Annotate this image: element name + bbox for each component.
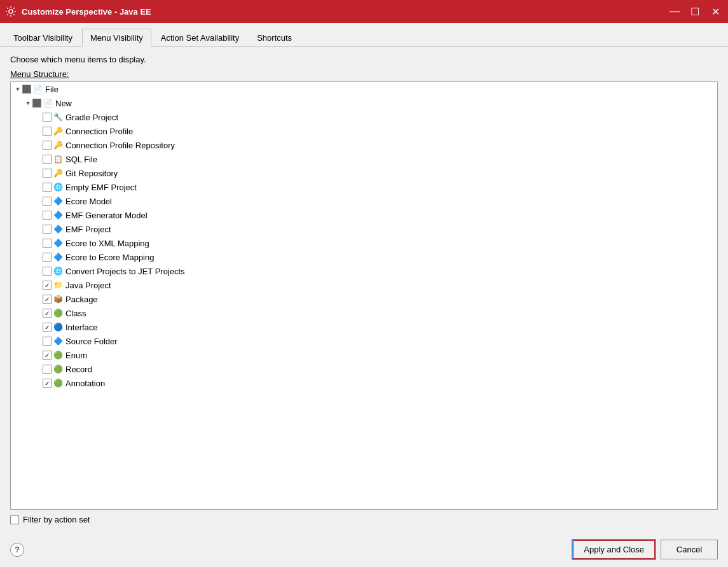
label-ecorexmlmap: Ecore to XML Mapping — [65, 239, 149, 248]
cancel-button[interactable]: Cancel — [661, 540, 718, 559]
label-class: Class — [65, 309, 86, 318]
tree-item-emfproject2[interactable]: 🔷 EMF Project — [11, 222, 717, 236]
checkbox-enum[interactable] — [43, 351, 52, 360]
checkbox-gradle[interactable] — [43, 113, 52, 122]
checkbox-interface[interactable] — [43, 323, 52, 332]
emfgenmodel-icon: 🔷 — [53, 210, 63, 220]
tree-item-sourcefolder[interactable]: 🔷 Source Folder — [11, 334, 717, 348]
checkbox-emfproject2[interactable] — [43, 225, 52, 234]
tree-item-ecoremodel[interactable]: 🔷 Ecore Model — [11, 194, 717, 208]
tree-item-ecoreecoremap[interactable]: 🔷 Ecore to Ecore Mapping — [11, 250, 717, 264]
checkbox-sqlfile[interactable] — [43, 155, 52, 164]
enum-icon: 🟢 — [53, 350, 63, 360]
ecoremodel-icon: 🔷 — [53, 196, 63, 206]
tree-item-javaproject[interactable]: 📁 Java Project — [11, 278, 717, 292]
label-connprofilerepo: Connection Profile Repository — [65, 141, 175, 150]
checkbox-record[interactable] — [43, 365, 52, 374]
tree-item-emfgenmodel[interactable]: 🔷 EMF Generator Model — [11, 208, 717, 222]
label-sqlfile: SQL File — [65, 155, 97, 164]
label-annotation: Annotation — [65, 379, 105, 388]
label-gitrepo: Git Repository — [65, 169, 118, 178]
convertjet-icon: 🌐 — [53, 266, 63, 276]
checkbox-class[interactable] — [43, 309, 52, 318]
label-gradle: Gradle Project — [65, 113, 118, 122]
title-bar: Customize Perspective - Java EE — ☐ ✕ — [0, 0, 728, 23]
checkbox-emfproject[interactable] — [43, 183, 52, 192]
connprofilerepo-icon: 🔑 — [53, 140, 63, 150]
tabs-bar: Toolbar Visibility Menu Visibility Actio… — [0, 23, 728, 47]
label-emfproject: Empty EMF Project — [65, 183, 137, 192]
tree-item-gitrepo[interactable]: 🔑 Git Repository — [11, 166, 717, 180]
new-icon: 📄 — [43, 98, 53, 108]
filter-checkbox[interactable] — [10, 515, 19, 524]
label-sourcefolder: Source Folder — [65, 337, 118, 346]
tree-item-ecorexmlmap[interactable]: 🔷 Ecore to XML Mapping — [11, 236, 717, 250]
tree-item-enum[interactable]: 🟢 Enum — [11, 348, 717, 362]
description-text: Choose which menu items to display. — [10, 55, 718, 64]
label-connprofile: Connection Profile — [65, 127, 133, 136]
tree-item-record[interactable]: 🟢 Record — [11, 362, 717, 376]
label-ecoremodel: Ecore Model — [65, 197, 112, 206]
checkbox-emfgenmodel[interactable] — [43, 211, 52, 220]
section-label: Menu Structure: — [10, 69, 718, 79]
tab-toolbar-visibility[interactable]: Toolbar Visibility — [5, 29, 81, 47]
label-record: Record — [65, 365, 92, 374]
apply-close-button[interactable]: Apply and Close — [572, 540, 656, 559]
tab-shortcuts[interactable]: Shortcuts — [249, 29, 300, 47]
help-button[interactable]: ? — [10, 543, 24, 557]
checkbox-new[interactable] — [32, 99, 41, 108]
tree-item-new[interactable]: 📄 New — [11, 96, 717, 110]
maximize-button[interactable]: ☐ — [687, 4, 703, 19]
checkbox-ecoremodel[interactable] — [43, 197, 52, 206]
tree-item-interface[interactable]: 🔵 Interface — [11, 320, 717, 334]
record-icon: 🟢 — [53, 364, 63, 374]
tree-item-connprofile[interactable]: 🔑 Connection Profile — [11, 124, 717, 138]
tab-menu-visibility[interactable]: Menu Visibility — [82, 29, 151, 47]
label-enum: Enum — [65, 351, 87, 360]
checkbox-package[interactable] — [43, 295, 52, 304]
tree-item-sqlfile[interactable]: 📋 SQL File — [11, 152, 717, 166]
annotation-icon: 🟢 — [53, 378, 63, 388]
tree-item-file[interactable]: 📄 File — [11, 82, 717, 96]
tree-item-package[interactable]: 📦 Package — [11, 292, 717, 306]
label-convertjet: Convert Projects to JET Projects — [65, 267, 185, 276]
checkbox-connprofilerepo[interactable] — [43, 141, 52, 150]
label-new: New — [55, 99, 72, 108]
gitrepo-icon: 🔑 — [53, 168, 63, 178]
title-text: Customize Perspective - Java EE — [22, 7, 667, 17]
tree-item-connprofilerepo[interactable]: 🔑 Connection Profile Repository — [11, 138, 717, 152]
tree-item-emfproject[interactable]: 🌐 Empty EMF Project — [11, 180, 717, 194]
label-ecoreecoremap: Ecore to Ecore Mapping — [65, 253, 154, 262]
tree-container[interactable]: 📄 File 📄 New 🔧 Gradle Project — [10, 81, 718, 510]
checkbox-javaproject[interactable] — [43, 281, 52, 290]
checkbox-sourcefolder[interactable] — [43, 337, 52, 346]
checkbox-ecoreecoremap[interactable] — [43, 253, 52, 262]
action-buttons: Apply and Close Cancel — [572, 540, 718, 559]
close-button[interactable]: ✕ — [708, 4, 723, 19]
package-icon: 📦 — [53, 294, 63, 304]
expand-file[interactable] — [13, 85, 22, 94]
emfproject-icon: 🌐 — [53, 182, 63, 192]
class-icon: 🟢 — [53, 308, 63, 318]
bottom-bar: ? Apply and Close Cancel — [0, 532, 728, 567]
minimize-button[interactable]: — — [667, 4, 682, 19]
sourcefolder-icon: 🔷 — [53, 336, 63, 346]
expand-new[interactable] — [24, 99, 32, 108]
checkbox-file[interactable] — [22, 85, 31, 94]
javaproject-icon: 📁 — [53, 280, 63, 290]
checkbox-gitrepo[interactable] — [43, 169, 52, 178]
tree-item-convertjet[interactable]: 🌐 Convert Projects to JET Projects — [11, 264, 717, 278]
tree-item-annotation[interactable]: 🟢 Annotation — [11, 376, 717, 390]
label-emfproject2: EMF Project — [65, 225, 111, 234]
tree-item-gradle[interactable]: 🔧 Gradle Project — [11, 110, 717, 124]
filter-row: Filter by action set — [10, 515, 718, 524]
checkbox-annotation[interactable] — [43, 379, 52, 388]
checkbox-convertjet[interactable] — [43, 267, 52, 276]
checkbox-ecorexmlmap[interactable] — [43, 239, 52, 248]
tree-item-class[interactable]: 🟢 Class — [11, 306, 717, 320]
checkbox-connprofile[interactable] — [43, 127, 52, 136]
filter-label: Filter by action set — [23, 515, 90, 524]
connprofile-icon: 🔑 — [53, 126, 63, 136]
tab-action-set[interactable]: Action Set Availability — [153, 29, 247, 47]
svg-point-0 — [9, 10, 13, 13]
